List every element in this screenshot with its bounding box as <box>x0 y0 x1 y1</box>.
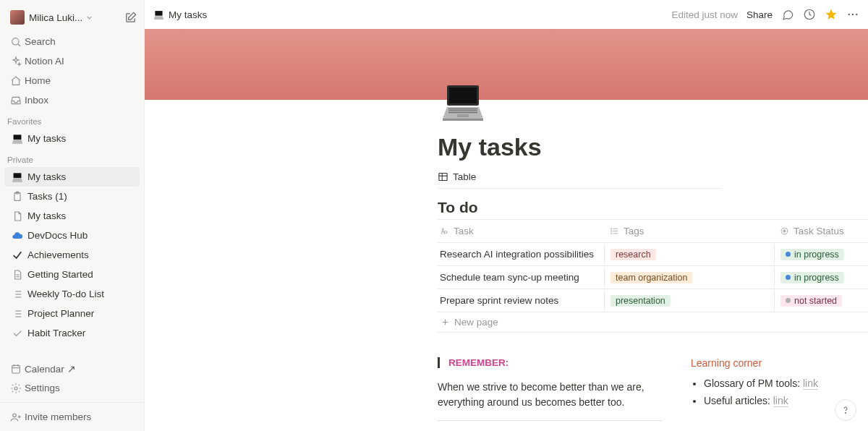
page-habit-tracker[interactable]: Habit Tracker <box>4 323 140 343</box>
tags-cell[interactable]: presentation <box>604 291 774 310</box>
nav-notion-ai[interactable]: Notion AI <box>0 51 144 71</box>
invite-label: Invite members <box>25 411 91 422</box>
table-row[interactable]: Prepare sprint review notespresentationn… <box>438 289 868 312</box>
search-icon <box>10 36 25 48</box>
list-item[interactable]: Glossary of PM tools: link <box>704 377 868 389</box>
avatar <box>10 10 25 25</box>
view-tab-label: Table <box>453 171 476 182</box>
tag: team organization <box>610 272 692 283</box>
svg-line-1 <box>18 43 20 46</box>
svg-point-0 <box>12 38 19 44</box>
new-page-row[interactable]: New page <box>438 312 868 333</box>
page-title[interactable]: My tasks <box>438 133 868 161</box>
tick-icon <box>12 328 27 339</box>
svg-point-42 <box>856 14 858 16</box>
svg-point-65 <box>845 412 846 413</box>
share-button[interactable]: Share <box>746 9 773 20</box>
list-icon <box>12 308 27 320</box>
quote-text[interactable]: When we strive to become better than we … <box>438 380 662 410</box>
task-table: Task Tags Task Status Files Research AI … <box>438 219 868 333</box>
remember-callout[interactable]: REMEMBER: <box>438 357 662 368</box>
nav-calendar-[interactable]: Calendar ↗ <box>0 359 144 378</box>
page-icon <box>12 210 27 222</box>
table-row[interactable]: Research AI integration possibilitiesres… <box>438 243 868 266</box>
tag: research <box>610 249 656 260</box>
page-getting-started[interactable]: Getting Started <box>4 265 140 284</box>
check-icon <box>12 249 27 261</box>
page-achievements[interactable]: Achievements <box>4 245 140 265</box>
status-badge: in progress <box>780 249 844 260</box>
tag: presentation <box>610 295 671 307</box>
view-tab-table[interactable]: Table <box>438 171 868 188</box>
breadcrumb[interactable]: My tasks <box>153 9 207 20</box>
status-cell[interactable]: in progress <box>774 268 868 287</box>
compose-icon[interactable] <box>124 12 137 24</box>
page-project-planner[interactable]: Project Planner <box>4 304 140 323</box>
cover-image[interactable] <box>145 29 868 100</box>
nav-home[interactable]: Home <box>0 71 144 90</box>
nav-settings[interactable]: Settings <box>0 378 144 398</box>
col-status-label[interactable]: Task Status <box>793 226 844 236</box>
page-devdocs-hub[interactable]: DevDocs Hub <box>4 226 140 245</box>
page-weekly-to-do-list[interactable]: Weekly To-do List <box>4 284 140 304</box>
laptop-icon <box>153 9 164 20</box>
svg-point-62 <box>783 230 786 232</box>
user-name: Milica Luki... <box>29 12 82 23</box>
page-tasks-1-[interactable]: Tasks (1) <box>4 187 140 206</box>
col-task-label[interactable]: Task <box>454 226 474 236</box>
svg-point-30 <box>14 387 17 390</box>
svg-marker-8 <box>12 178 22 181</box>
svg-point-58 <box>611 229 612 229</box>
gear-icon <box>10 383 25 394</box>
svg-rect-44 <box>449 88 477 103</box>
svg-point-60 <box>611 233 612 234</box>
svg-rect-7 <box>14 174 21 178</box>
status-cell[interactable]: not started <box>774 291 868 310</box>
svg-rect-47 <box>448 108 477 109</box>
task-cell[interactable]: Prepare sprint review notes <box>438 291 604 310</box>
database-title[interactable]: To do <box>438 199 868 216</box>
clipboard-icon <box>12 191 27 202</box>
help-button[interactable] <box>835 399 856 421</box>
learning-heading[interactable]: Learning corner <box>691 357 868 369</box>
svg-rect-46 <box>443 119 483 121</box>
page-my-tasks[interactable]: My tasks <box>4 167 140 187</box>
page-icon[interactable] <box>440 82 486 121</box>
breadcrumb-label: My tasks <box>169 9 207 20</box>
table-row[interactable]: Schedule team sync-up meetingteam organi… <box>438 266 868 289</box>
sidebar: Milica Luki... SearchNotion AIHomeInbox … <box>0 0 145 431</box>
more-icon[interactable] <box>846 8 859 21</box>
new-page-label: New page <box>454 317 498 328</box>
comments-icon[interactable] <box>781 8 794 21</box>
clock-icon[interactable] <box>803 8 816 21</box>
svg-rect-9 <box>12 181 22 182</box>
workspace-switcher[interactable]: Milica Luki... <box>0 7 144 32</box>
svg-rect-26 <box>12 365 20 373</box>
svg-point-59 <box>611 231 612 231</box>
table-icon <box>438 171 448 182</box>
tags-cell[interactable]: team organization <box>604 268 774 287</box>
list-icon <box>12 289 27 300</box>
svg-rect-51 <box>439 174 447 181</box>
task-cell[interactable]: Research AI integration possibilities <box>438 245 604 263</box>
cloud-icon <box>12 230 27 242</box>
invite-members[interactable]: Invite members <box>0 407 144 427</box>
col-tags-label[interactable]: Tags <box>624 226 644 236</box>
task-cell[interactable]: Schedule team sync-up meeting <box>438 268 604 286</box>
svg-rect-3 <box>14 135 21 140</box>
page-my-tasks[interactable]: My tasks <box>4 206 140 226</box>
svg-point-41 <box>852 14 854 16</box>
page-my-tasks[interactable]: My tasks <box>4 129 140 148</box>
svg-point-31 <box>13 414 17 417</box>
star-icon[interactable] <box>825 8 838 21</box>
favorites-label: Favorites <box>0 110 144 129</box>
chevron-down-icon <box>85 14 93 22</box>
private-label: Private <box>0 148 144 167</box>
status-cell[interactable]: in progress <box>774 244 868 264</box>
list-icon <box>610 226 619 236</box>
nav-search[interactable]: Search <box>0 32 144 51</box>
tags-cell[interactable]: research <box>604 245 774 264</box>
nav-inbox[interactable]: Inbox <box>0 90 144 110</box>
svg-rect-50 <box>457 114 469 117</box>
topbar: My tasks Edited just now Share <box>145 0 868 29</box>
